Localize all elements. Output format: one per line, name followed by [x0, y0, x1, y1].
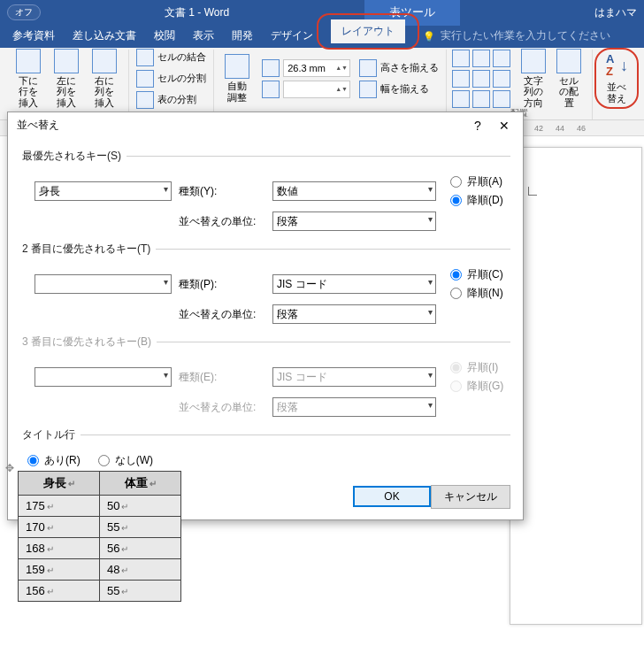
tertiary-type-select: JIS コード	[272, 367, 436, 387]
table-cell[interactable]: 55↵	[100, 581, 181, 602]
autofit-button[interactable]: 自動調整	[219, 52, 255, 104]
table-cell[interactable]: 170↵	[19, 517, 100, 538]
bulb-icon	[423, 30, 435, 42]
split-table-button[interactable]: 表の分割	[134, 90, 208, 110]
label: セルの配置	[556, 75, 581, 107]
secondary-key-select[interactable]	[34, 274, 172, 294]
label: 降順(D)	[467, 193, 503, 208]
close-button[interactable]: ✕	[491, 119, 518, 133]
table-cell[interactable]: 50↵	[100, 496, 181, 517]
primary-type-select[interactable]: 数値	[272, 181, 436, 201]
tertiary-desc-radio: 降順(G)	[450, 379, 503, 394]
table-cell[interactable]: 168↵	[19, 538, 100, 559]
insert-col-right-icon	[92, 49, 117, 73]
label: 表の分割	[157, 93, 196, 106]
autosave-toggle[interactable]: オフ	[7, 4, 41, 20]
ribbon-tabs: 参考資料 差し込み文書 校閲 表示 開発 デザイン レイアウト 実行したい作業を…	[0, 25, 644, 48]
autofit-icon	[225, 54, 249, 79]
insert-col-right-button[interactable]: 右に列を挿入	[85, 47, 123, 109]
table-row[interactable]: 159↵48↵	[19, 559, 181, 581]
table-cell[interactable]: 56↵	[100, 538, 181, 559]
table-row[interactable]: 168↵56↵	[19, 538, 181, 559]
group-data: AZ↓ 並べ替え	[593, 50, 640, 119]
align-ml-icon[interactable]	[452, 70, 470, 88]
tertiary-key-select[interactable]	[34, 367, 172, 387]
help-button[interactable]: ?	[464, 119, 491, 133]
insert-row-below-button[interactable]: 下に行を挿入	[9, 47, 47, 109]
primary-unit-select[interactable]: 段落	[272, 211, 436, 231]
document-table[interactable]: 身長↵ 体重↵ 175↵50↵170↵55↵168↵56↵159↵48↵156↵…	[18, 471, 181, 602]
unit-label: 並べ替えの単位:	[179, 400, 265, 415]
insert-col-left-icon	[54, 49, 79, 73]
tab-review[interactable]: 校閲	[145, 24, 184, 48]
primary-desc-radio[interactable]: 降順(D)	[450, 193, 503, 208]
cell-margins-icon	[556, 49, 581, 73]
table-row[interactable]: 170↵55↵	[19, 517, 181, 538]
tab-layout[interactable]: レイアウト	[322, 15, 414, 48]
tertiary-key-legend: 3 番目に優先されるキー(B)	[20, 335, 157, 350]
table-row[interactable]: 175↵50↵	[19, 496, 181, 517]
margin-corner-icon	[528, 187, 537, 196]
table-cell[interactable]: 159↵	[19, 559, 100, 581]
split-table-icon	[136, 91, 154, 109]
secondary-asc-radio[interactable]: 昇順(C)	[450, 267, 503, 282]
cell-margins-button[interactable]: セルの配置	[551, 47, 586, 109]
spinner-icon[interactable]: ▲▼	[335, 65, 348, 71]
col-width-field[interactable]: ▲▼	[260, 80, 352, 99]
table-cell[interactable]: 48↵	[100, 559, 181, 581]
insert-col-left-button[interactable]: 左に列を挿入	[47, 47, 85, 109]
distribute-cols-button[interactable]: 幅を揃える	[357, 80, 441, 99]
document-page[interactable]	[510, 147, 642, 625]
table-cell[interactable]: 175↵	[19, 496, 100, 517]
tab-view[interactable]: 表示	[184, 24, 223, 48]
spinner-icon[interactable]: ▲▼	[335, 86, 348, 92]
align-br-icon[interactable]	[493, 90, 510, 108]
account-name[interactable]: はまハマ	[594, 5, 637, 20]
tab-design[interactable]: デザイン	[262, 24, 322, 48]
distribute-rows-button[interactable]: 高さを揃える	[357, 58, 441, 78]
align-tl-icon[interactable]	[452, 50, 470, 67]
distribute-rows-icon	[359, 59, 377, 77]
align-bc-icon[interactable]	[472, 90, 490, 108]
row-height-spinner[interactable]: ▲▼	[283, 59, 350, 77]
tab-mailings[interactable]: 差し込み文書	[64, 24, 145, 48]
secondary-unit-select[interactable]: 段落	[272, 304, 436, 324]
tab-references[interactable]: 参考資料	[4, 24, 64, 48]
secondary-type-select[interactable]: JIS コード	[272, 274, 436, 294]
align-bl-icon[interactable]	[452, 90, 470, 108]
split-cells-button[interactable]: セルの分割	[134, 69, 208, 88]
align-mr-icon[interactable]	[493, 70, 510, 88]
align-tr-icon[interactable]	[493, 50, 510, 67]
table-move-handle-icon[interactable]	[5, 462, 14, 474]
tell-me-search[interactable]: 実行したい作業を入力してください	[414, 24, 644, 48]
primary-key-select[interactable]: 身長	[34, 181, 172, 201]
sort-az-icon: AZ↓	[603, 53, 630, 80]
col-header[interactable]: 身長↵	[19, 472, 100, 496]
row-height-field[interactable]: ▲▼	[260, 58, 352, 78]
row-height-input[interactable]	[286, 62, 332, 74]
merge-cells-button[interactable]: セルの結合	[134, 48, 208, 67]
tertiary-key-group: 3 番目に優先されるキー(B) 種類(E): JIS コード 昇順(I)	[20, 335, 510, 420]
col-width-input[interactable]	[286, 83, 332, 96]
align-mc-icon[interactable]	[472, 70, 490, 88]
sort-button[interactable]: AZ↓ 並べ替え	[598, 51, 635, 104]
type-label: 種類(Y):	[179, 184, 265, 199]
cancel-button[interactable]: キャンセル	[431, 485, 510, 509]
secondary-desc-radio[interactable]: 降順(N)	[450, 286, 503, 301]
titlerow-yes-radio[interactable]: あり(R)	[27, 453, 80, 468]
col-header[interactable]: 体重↵	[100, 472, 181, 496]
primary-asc-radio[interactable]: 昇順(A)	[450, 174, 503, 189]
label: 自動調整	[225, 81, 249, 102]
table-cell[interactable]: 156↵	[19, 581, 100, 602]
tab-developer[interactable]: 開発	[223, 24, 262, 48]
secondary-key-group: 2 番目に優先されるキー(T) 種類(P): JIS コード 昇順(C)	[20, 242, 510, 327]
text-direction-button[interactable]: 文字列の方向	[516, 47, 551, 109]
align-tc-icon[interactable]	[472, 50, 490, 67]
ok-button[interactable]: OK	[353, 486, 431, 507]
width-icon	[262, 81, 280, 98]
table-row[interactable]: 156↵55↵	[19, 581, 181, 602]
table-cell[interactable]: 55↵	[100, 517, 181, 538]
label: 下に行を挿入	[14, 75, 42, 107]
col-width-spinner[interactable]: ▲▼	[283, 81, 350, 98]
titlerow-no-radio[interactable]: なし(W)	[98, 453, 153, 468]
